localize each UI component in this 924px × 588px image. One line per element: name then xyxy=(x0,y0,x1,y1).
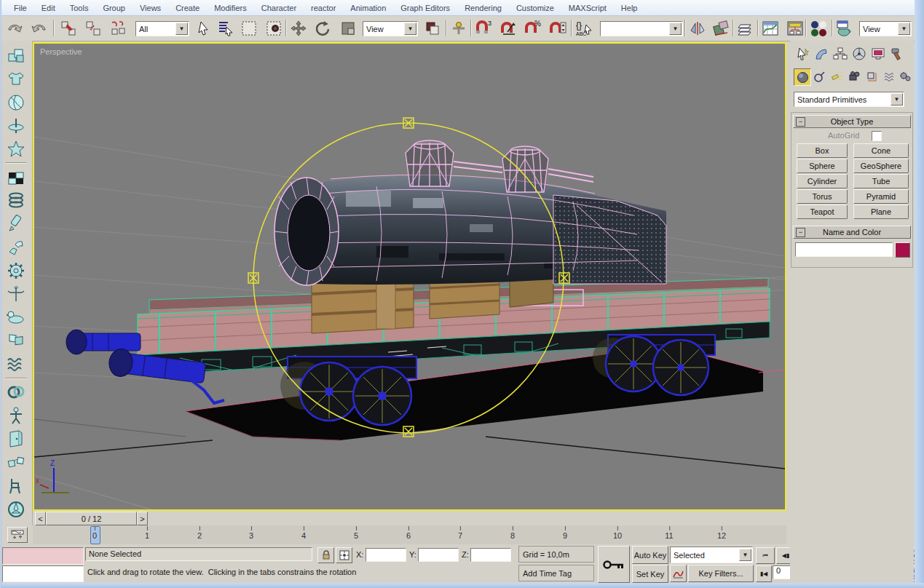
object-type-rollout-header[interactable]: − Object Type xyxy=(793,115,911,128)
wheel-icon[interactable] xyxy=(4,498,28,521)
absolute-offset-mode-icon[interactable] xyxy=(336,547,352,563)
linked-boxes-icon[interactable] xyxy=(4,450,28,474)
spinner-snap-icon[interactable] xyxy=(548,18,567,38)
coil-icon[interactable] xyxy=(4,188,28,212)
maxscript-macro-recorder-line[interactable] xyxy=(2,547,84,565)
menu-file[interactable]: File xyxy=(7,2,33,14)
select-by-name-icon[interactable] xyxy=(216,18,235,38)
go-to-start-icon[interactable]: ⏮ xyxy=(756,547,775,564)
stacked-boxes-icon[interactable] xyxy=(4,329,28,352)
select-and-manipulate-icon[interactable] xyxy=(449,18,468,38)
checker-icon[interactable] xyxy=(4,165,28,188)
name-color-rollout-header[interactable]: − Name and Color xyxy=(793,226,911,239)
cylinder-button[interactable]: Cylinder xyxy=(797,174,848,188)
viewport-label[interactable]: Perspective xyxy=(40,47,82,56)
material-editor-icon[interactable] xyxy=(808,18,828,38)
door-icon[interactable] xyxy=(4,427,28,450)
select-and-scale-icon[interactable] xyxy=(338,18,358,38)
menu-tools[interactable]: Tools xyxy=(63,2,95,14)
schematic-view-icon[interactable] xyxy=(785,18,805,38)
boiler-cylinder[interactable] xyxy=(275,140,666,285)
time-slider-prev-button[interactable]: < xyxy=(35,512,46,525)
elbow-icon[interactable] xyxy=(4,236,28,259)
z-coordinate-field[interactable] xyxy=(470,548,511,562)
auto-key-button[interactable]: Auto Key xyxy=(632,546,668,564)
window-crossing-icon[interactable] xyxy=(264,18,283,38)
perspective-viewport[interactable]: Z x Perspective xyxy=(33,42,786,511)
named-selection-sets-dropdown[interactable]: ▼ xyxy=(600,21,683,36)
add-time-tag[interactable]: Add Time Tag xyxy=(518,565,594,581)
key-mode-dropdown[interactable]: Selected ▼ xyxy=(670,547,753,563)
key-mode-toggle-icon[interactable]: ▮◀ xyxy=(756,565,772,582)
gear-icon[interactable] xyxy=(4,259,28,282)
select-and-rotate-icon[interactable] xyxy=(313,18,333,38)
menu-group[interactable]: Group xyxy=(96,2,132,14)
lights-category-icon[interactable] xyxy=(829,68,845,84)
torus-button[interactable]: Torus xyxy=(797,189,848,204)
object-color-swatch[interactable] xyxy=(895,242,910,258)
menu-create[interactable]: Create xyxy=(169,2,206,14)
figure-icon[interactable] xyxy=(4,404,28,427)
render-scene-icon[interactable] xyxy=(834,18,854,38)
curve-editor-icon[interactable] xyxy=(760,18,780,38)
time-slider-handle[interactable]: 0 / 12 xyxy=(46,512,137,525)
menu-character[interactable]: Character xyxy=(255,2,303,14)
knot-icon[interactable] xyxy=(4,381,28,404)
autogrid-checkbox[interactable] xyxy=(872,131,882,141)
menu-help[interactable]: Help xyxy=(615,2,644,14)
waves-icon[interactable] xyxy=(4,353,28,376)
unlink-selection-icon[interactable] xyxy=(83,18,103,38)
y-coordinate-field[interactable] xyxy=(418,548,459,562)
time-slider-next-button[interactable]: > xyxy=(137,512,148,525)
star-icon[interactable] xyxy=(4,138,28,161)
sphere-button[interactable]: Sphere xyxy=(797,159,848,173)
menu-customize[interactable]: Customize xyxy=(510,2,561,14)
menu-reactor[interactable]: reactor xyxy=(304,2,342,14)
select-and-move-icon[interactable] xyxy=(288,18,308,38)
helpers-category-icon[interactable] xyxy=(864,68,880,84)
select-object-icon[interactable] xyxy=(194,18,213,38)
space-warps-category-icon[interactable] xyxy=(881,68,897,84)
primitive-category-dropdown[interactable]: Standard Primitives ▼ xyxy=(794,92,904,107)
shirt-icon[interactable] xyxy=(4,67,28,90)
menu-edit[interactable]: Edit xyxy=(35,2,62,14)
selection-lock-toggle-icon[interactable] xyxy=(317,547,334,563)
duck-icon[interactable] xyxy=(4,306,28,329)
menu-graph-editors[interactable]: Graph Editors xyxy=(394,2,457,14)
percent-snap-icon[interactable]: % xyxy=(523,18,542,38)
set-key-big-button[interactable] xyxy=(598,546,630,583)
geometry-category-icon[interactable] xyxy=(794,68,811,86)
marker-pen-icon[interactable] xyxy=(4,212,28,235)
rectangular-selection-region-icon[interactable] xyxy=(239,18,258,38)
use-pivot-point-icon[interactable] xyxy=(422,18,442,38)
modify-tab[interactable] xyxy=(812,45,830,63)
shapes-category-icon[interactable] xyxy=(811,68,827,84)
menu-views[interactable]: Views xyxy=(133,2,167,14)
menu-maxscript[interactable]: MAXScript xyxy=(562,2,613,14)
teapot-button[interactable]: Teapot xyxy=(797,204,848,219)
motion-tab[interactable] xyxy=(850,45,868,63)
create-tab[interactable] xyxy=(793,45,811,63)
track-bar[interactable]: 0 1 2 3 4 5 6 7 8 9 10 11 12 xyxy=(33,525,786,545)
cubes-icon[interactable] xyxy=(4,44,28,67)
plane-button[interactable]: Plane xyxy=(853,204,909,219)
select-and-link-icon[interactable] xyxy=(58,18,78,38)
redo-icon[interactable] xyxy=(29,18,49,38)
mirror-icon[interactable] xyxy=(687,18,707,38)
layer-manager-icon[interactable] xyxy=(735,18,755,38)
box-button[interactable]: Box xyxy=(797,143,848,158)
pyramid-button[interactable]: Pyramid xyxy=(853,189,909,204)
bind-to-space-warp-icon[interactable] xyxy=(108,18,127,38)
weathervane-icon[interactable] xyxy=(4,282,28,306)
sphere-icon[interactable] xyxy=(4,90,28,114)
x-coordinate-field[interactable] xyxy=(366,548,406,562)
cone-button[interactable]: Cone xyxy=(853,143,909,158)
set-key-button[interactable]: Set Key xyxy=(632,565,668,583)
object-name-field[interactable] xyxy=(795,242,893,257)
tube-button[interactable]: Tube xyxy=(853,174,909,188)
angle-snap-icon[interactable] xyxy=(498,18,518,38)
geosphere-button[interactable]: GeoSphere xyxy=(853,159,909,173)
snap-toggle-3d-icon[interactable]: 3 xyxy=(473,18,493,38)
edit-named-selections-icon[interactable]: {}ABC xyxy=(574,18,593,38)
reference-coordinate-dropdown[interactable]: View ▼ xyxy=(363,21,418,36)
